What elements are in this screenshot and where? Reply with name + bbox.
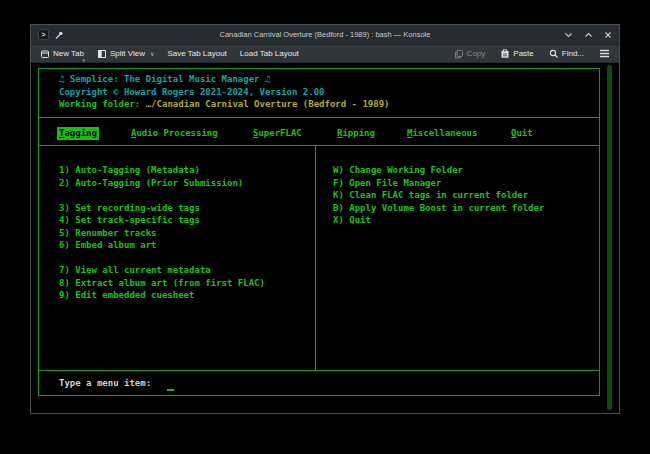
maximize-button[interactable] (584, 31, 593, 39)
load-tab-layout-label: Load Tab Layout (240, 49, 299, 58)
menu-tab-quit[interactable]: Quit (509, 127, 535, 140)
prompt-box[interactable]: Type a menu item: (38, 370, 600, 396)
column-divider (315, 146, 316, 370)
load-tab-layout-button[interactable]: Load Tab Layout (240, 49, 299, 58)
find-label: Find... (562, 49, 584, 58)
pin-icon (54, 26, 64, 44)
menu-item-6: 6) Embed album art (59, 239, 157, 252)
window-title: Canadian Carnival Overture (Bedford - 19… (91, 30, 559, 39)
menu-tab-miscellaneous[interactable]: Miscellaneous (405, 127, 479, 140)
menu-item-5: 5) Renumber tracks (59, 227, 157, 240)
minimize-button[interactable] (564, 31, 573, 39)
menu-item-3: 3) Set recording-wide tags (59, 202, 200, 215)
working-folder-value: …/Canadian Carnival Overture (Bedford - … (146, 99, 390, 109)
save-tab-layout-button[interactable]: Save Tab Layout (167, 49, 226, 58)
paste-icon (500, 49, 510, 59)
menu-item-b: B) Apply Volume Boost in current folder (333, 202, 544, 215)
terminal-scrollbar[interactable] (607, 65, 612, 410)
hamburger-icon (599, 49, 610, 58)
menu-item-2: 2) Auto-Tagging (Prior Submission) (59, 177, 243, 190)
menu-tab-ripping[interactable]: Ripping (335, 127, 377, 140)
menu-tab-superflac[interactable]: SuperFLAC (251, 127, 304, 140)
new-tab-dropdown-icon: ▾ (82, 57, 85, 63)
working-folder-line: Working folder: …/Canadian Carnival Over… (59, 98, 390, 111)
split-view-label: Split View (110, 49, 145, 58)
menu-button[interactable] (599, 49, 610, 58)
menu-item-f: F) Open File Manager (333, 177, 441, 190)
new-tab-icon (40, 49, 50, 59)
menu-tab-tagging[interactable]: Tagging (57, 127, 99, 140)
save-tab-layout-label: Save Tab Layout (167, 49, 226, 58)
paste-button[interactable]: Paste (500, 49, 533, 59)
menu-item-9: 9) Edit embedded cuesheet (59, 289, 194, 302)
tui-menu-bar: Tagging Audio Processing SuperFLAC Rippi… (38, 117, 600, 146)
terminal-view[interactable]: ♫ Semplice: The Digital Music Manager ♫ … (31, 63, 619, 413)
toolbar: New Tab ▾ Split View ∨ Save Tab Layout L… (31, 45, 619, 63)
menu-item-8: 8) Extract album art (from first FLAC) (59, 277, 265, 290)
new-tab-label: New Tab (53, 49, 84, 58)
menu-item-7: 7) View all current metadata (59, 264, 211, 277)
copy-icon (454, 49, 464, 59)
konsole-window: > Canadian Carnival Overture (Bedford - … (30, 24, 620, 414)
prompt-label: Type a menu item: (59, 377, 151, 390)
paste-label: Paste (513, 49, 533, 58)
search-icon (549, 49, 559, 59)
copy-label: Copy (467, 49, 486, 58)
tui-header-box: ♫ Semplice: The Digital Music Manager ♫ … (38, 68, 600, 118)
titlebar[interactable]: > Canadian Carnival Overture (Bedford - … (31, 25, 619, 45)
menu-item-1: 1) Auto-Tagging (Metadata) (59, 164, 200, 177)
split-view-icon (97, 49, 107, 59)
app-title: ♫ Semplice: The Digital Music Manager ♫ (59, 73, 270, 86)
menu-item-w: W) Change Working Folder (333, 164, 463, 177)
working-folder-label: Working folder: (59, 99, 146, 109)
copy-button[interactable]: Copy (454, 49, 486, 59)
tui-main-menu: 1) Auto-Tagging (Metadata) 2) Auto-Taggi… (38, 145, 600, 371)
menu-item-k: K) Clean FLAC tags in current folder (333, 189, 528, 202)
new-tab-button[interactable]: New Tab ▾ (40, 49, 84, 59)
close-button[interactable] (604, 31, 612, 39)
menu-item-x: X) Quit (333, 214, 371, 227)
konsole-app-icon: > (38, 29, 49, 40)
copyright-line: Copyright © Howard Rogers 2021-2024, Ver… (59, 86, 325, 99)
split-view-dropdown-icon: ∨ (150, 50, 154, 57)
split-view-button[interactable]: Split View ∨ (97, 49, 154, 59)
text-cursor (167, 389, 174, 391)
screenshot-root: > Canadian Carnival Overture (Bedford - … (0, 0, 650, 454)
menu-item-4: 4) Set track-specific tags (59, 214, 200, 227)
menu-tab-audio-processing[interactable]: Audio Processing (129, 127, 220, 140)
find-button[interactable]: Find... (549, 49, 584, 59)
